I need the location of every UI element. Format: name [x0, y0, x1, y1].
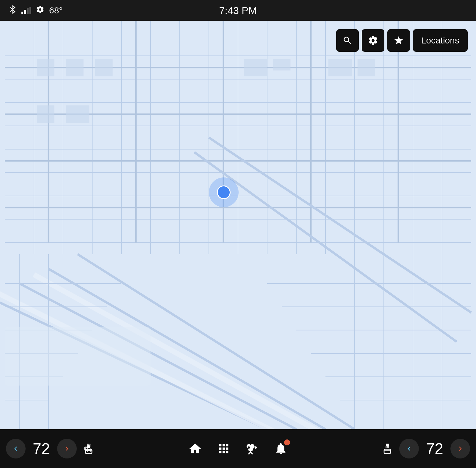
heat-seat-left-button[interactable] — [82, 442, 95, 455]
home-button[interactable] — [188, 442, 202, 455]
locations-button[interactable]: Locations — [413, 29, 468, 52]
right-temperature: 72 — [421, 440, 448, 458]
climate-right: 72 — [381, 439, 470, 458]
svg-rect-68 — [328, 59, 352, 76]
left-temperature: 72 — [28, 440, 55, 458]
location-accuracy-circle — [209, 177, 239, 207]
svg-rect-61 — [37, 59, 54, 76]
svg-rect-69 — [358, 59, 375, 76]
status-left: 68° — [9, 5, 62, 16]
right-chevron-right-icon — [456, 444, 464, 453]
bluetooth-icon — [9, 5, 17, 16]
bottom-center-icons — [95, 442, 381, 455]
right-chevron-icon — [63, 444, 71, 453]
svg-rect-60 — [5, 327, 151, 386]
svg-rect-72 — [384, 449, 391, 454]
fan-icon — [245, 442, 259, 455]
left-chevron-icon — [12, 444, 20, 453]
star-icon — [394, 35, 404, 46]
gear-icon — [368, 35, 378, 46]
apps-button[interactable] — [217, 442, 231, 455]
search-button[interactable] — [336, 29, 359, 52]
status-time: 7:43 PM — [219, 5, 257, 16]
notifications-button[interactable] — [274, 442, 288, 455]
bottom-bar: 72 — [0, 429, 476, 468]
map-toolbar: Locations — [336, 29, 468, 52]
heat-right-icon — [381, 442, 394, 455]
svg-rect-63 — [95, 59, 113, 76]
map-container[interactable]: Locations — [0, 21, 476, 429]
map-svg — [0, 21, 476, 429]
svg-rect-65 — [66, 105, 89, 123]
search-icon — [342, 35, 353, 46]
left-chevron-right-icon — [405, 444, 413, 453]
home-icon — [188, 442, 202, 455]
signal-icon — [21, 7, 31, 14]
notification-badge — [284, 439, 290, 445]
location-dot — [209, 177, 239, 207]
svg-rect-62 — [66, 59, 84, 76]
temp-up-left-button[interactable] — [57, 439, 77, 458]
climate-left: 72 — [6, 439, 95, 458]
settings-icon[interactable] — [36, 5, 44, 15]
favorites-button[interactable] — [387, 29, 410, 52]
svg-rect-66 — [244, 59, 267, 76]
fan-button[interactable] — [245, 442, 259, 455]
location-center-dot — [217, 185, 231, 199]
heat-left-icon — [82, 442, 95, 455]
status-bar: 68° 7:43 PM — [0, 0, 476, 21]
svg-rect-67 — [273, 59, 291, 70]
grid-icon — [217, 442, 231, 455]
locations-label: Locations — [421, 35, 459, 46]
status-temperature: 68° — [49, 5, 62, 15]
svg-rect-64 — [37, 105, 54, 123]
temp-up-right-button[interactable] — [450, 439, 470, 458]
temp-down-right-button[interactable] — [399, 439, 419, 458]
settings-button[interactable] — [362, 29, 384, 52]
temp-down-left-button[interactable] — [6, 439, 26, 458]
heat-seat-right-button[interactable] — [381, 442, 394, 455]
